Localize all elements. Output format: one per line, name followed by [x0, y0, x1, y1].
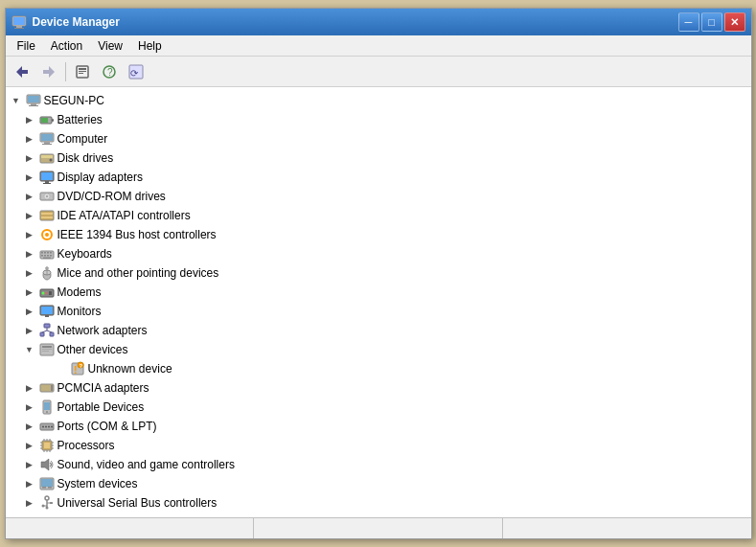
svg-rect-3	[14, 28, 24, 29]
svg-rect-69	[42, 349, 52, 350]
back-icon	[14, 64, 30, 80]
tree-item-dvd[interactable]: ▶ DVD/CD-ROM drives	[6, 187, 751, 206]
sound-expand-icon: ▶	[23, 458, 36, 471]
tree-root[interactable]: ▼ SEGUN-PC	[6, 91, 751, 110]
disk-icon	[39, 150, 55, 166]
tree-item-portable[interactable]: ▶ Portable Devices	[6, 398, 751, 417]
maximize-button[interactable]: □	[701, 12, 722, 32]
svg-rect-78	[44, 402, 50, 410]
root-label: SEGUN-PC	[44, 94, 104, 107]
minimize-button[interactable]: ─	[678, 12, 699, 32]
svg-rect-62	[40, 332, 44, 336]
svg-rect-15	[28, 96, 39, 103]
status-pane-3	[503, 518, 751, 538]
root-icon	[26, 93, 41, 108]
ide-expand-icon: ▶	[23, 209, 36, 222]
menu-action[interactable]: Action	[43, 37, 90, 55]
batteries-expand-icon: ▶	[23, 113, 36, 126]
tree-item-other[interactable]: ▼ Other devices	[6, 340, 751, 359]
display-icon	[39, 170, 55, 185]
svg-rect-47	[47, 255, 49, 257]
mouse-icon	[39, 265, 55, 281]
help-button[interactable]: ?	[97, 60, 122, 83]
svg-point-56	[44, 292, 47, 295]
batteries-label: Batteries	[57, 113, 103, 126]
update-button[interactable]: ⟳	[124, 60, 149, 83]
network-label: Network adapters	[57, 324, 148, 337]
menu-help[interactable]: Help	[130, 37, 170, 55]
tree-item-usb[interactable]: ▶ Universal Serial Bus controllers	[6, 493, 751, 513]
title-bar-left: Device Manager	[11, 14, 120, 30]
computer-icon	[39, 131, 55, 147]
svg-line-66	[47, 330, 52, 332]
unknown-label: Unknown device	[88, 362, 172, 376]
svg-point-79	[46, 411, 48, 413]
forward-button[interactable]	[36, 60, 61, 83]
portable-icon	[39, 399, 55, 415]
ieee-icon	[39, 227, 55, 242]
back-button[interactable]	[10, 60, 34, 83]
content-area[interactable]: ▼ SEGUN-PC ▶ Batteries	[6, 87, 751, 517]
tree-item-ide[interactable]: ▶ IDE ATA/ATAPI controllers	[6, 206, 751, 225]
tree-item-computer[interactable]: ▶ Computer	[6, 129, 751, 148]
modem-icon	[39, 285, 55, 300]
menu-view[interactable]: View	[90, 37, 130, 55]
usb-icon	[39, 495, 55, 511]
tree-item-display[interactable]: ▶ Display adapters	[6, 168, 751, 187]
tree-item-keyboards[interactable]: ▶ Keyboards	[6, 244, 751, 263]
title-bar: Device Manager ─ □ ✕	[6, 9, 751, 35]
tree-item-network[interactable]: ▶ Network adapters	[6, 321, 751, 340]
svg-point-109	[41, 505, 44, 508]
svg-rect-31	[43, 183, 51, 184]
svg-rect-7	[79, 68, 86, 70]
menu-file[interactable]: File	[10, 37, 43, 55]
ieee-expand-icon: ▶	[23, 228, 36, 241]
svg-point-84	[51, 426, 53, 428]
svg-rect-107	[50, 502, 53, 504]
update-icon: ⟳	[128, 64, 144, 80]
dvd-expand-icon: ▶	[23, 190, 36, 203]
device-manager-window: Device Manager ─ □ ✕ File Action View He…	[5, 8, 752, 539]
tree-item-unknown[interactable]: ! ? Unknown device	[6, 359, 751, 378]
other-icon	[39, 342, 55, 357]
monitor-icon	[39, 304, 55, 319]
tree-item-processors[interactable]: ▶ Proces	[6, 436, 751, 455]
svg-text:?: ?	[107, 67, 113, 78]
close-button[interactable]: ✕	[724, 12, 745, 32]
toolbar-sep-1	[65, 62, 66, 81]
tree-item-monitors[interactable]: ▶ Monitors	[6, 302, 751, 321]
tree-item-pcmcia[interactable]: ▶ PCMCIA adapters	[6, 378, 751, 398]
forward-icon	[41, 64, 57, 80]
svg-rect-86	[44, 443, 50, 448]
svg-rect-41	[41, 252, 43, 254]
svg-point-81	[42, 426, 44, 428]
pcmcia-expand-icon: ▶	[23, 381, 36, 395]
properties-button[interactable]	[70, 60, 95, 83]
tree-item-ports[interactable]: ▶ Ports (COM & LPT)	[6, 417, 751, 436]
tree-item-batteries[interactable]: ▶ Batteries	[6, 110, 751, 129]
svg-rect-36	[41, 213, 53, 215]
system-expand-icon: ▶	[23, 477, 36, 490]
mice-label: Mice and other pointing devices	[57, 266, 219, 280]
tree-item-modems[interactable]: ▶ Modems	[6, 283, 751, 302]
tree-item-ieee[interactable]: ▶ IEEE 1394 Bus host controllers	[6, 225, 751, 244]
ports-icon	[39, 419, 55, 434]
svg-text:⟳: ⟳	[130, 68, 139, 79]
toolbar: ? ⟳	[6, 57, 751, 87]
tree-item-mice[interactable]: ▶ Mice and other pointing devices	[6, 263, 751, 283]
svg-rect-102	[42, 487, 46, 489]
title-icon	[11, 14, 27, 30]
tree-item-system[interactable]: ▶ System devices	[6, 474, 751, 493]
svg-rect-59	[41, 307, 53, 314]
svg-rect-70	[42, 351, 49, 352]
tree-item-sound[interactable]: ▶ Sound, video and game controllers	[6, 455, 751, 474]
portable-expand-icon: ▶	[23, 400, 36, 414]
keyboards-label: Keyboards	[57, 247, 112, 261]
tree-item-disk[interactable]: ▶ Disk drives	[6, 148, 751, 168]
network-icon	[39, 323, 55, 338]
svg-text:?: ?	[79, 363, 82, 369]
display-expand-icon: ▶	[23, 171, 36, 184]
svg-rect-20	[41, 118, 48, 123]
computer-expand-icon: ▶	[23, 132, 36, 146]
ieee-label: IEEE 1394 Bus host controllers	[57, 228, 217, 241]
